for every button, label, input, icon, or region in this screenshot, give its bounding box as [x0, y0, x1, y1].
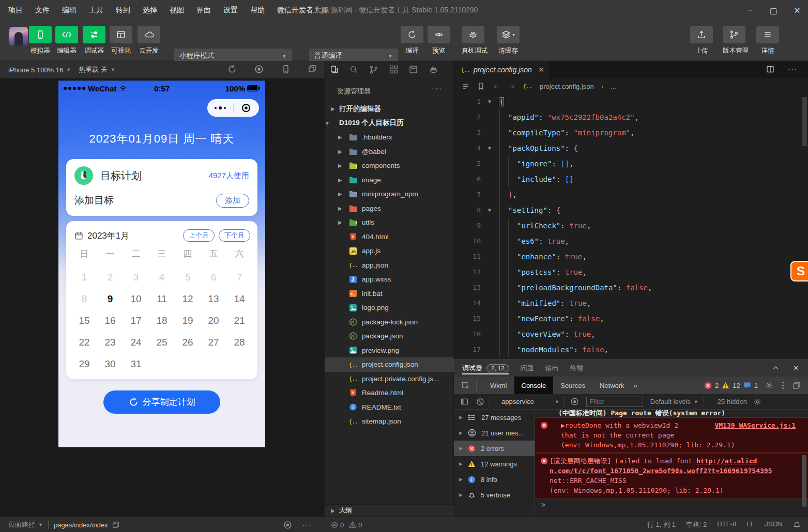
- live-expression-icon[interactable]: [570, 397, 579, 406]
- branch-icon[interactable]: [369, 65, 378, 74]
- tree-item-logo.png[interactable]: logo.png: [325, 301, 454, 315]
- devtools-tab-Wxml[interactable]: Wxml: [483, 377, 514, 394]
- tree-arrow-icon[interactable]: ▶: [331, 106, 335, 112]
- statusbar-more-button[interactable]: ···: [302, 521, 312, 529]
- console-filter-12 warnings[interactable]: ▶12 warnings: [454, 456, 535, 472]
- prev-month-button[interactable]: 上个月: [183, 229, 215, 242]
- notifications-bell-icon[interactable]: [793, 521, 801, 529]
- console-messages[interactable]: (中国标准时间) Page route 错误(system error)VM13…: [535, 410, 808, 517]
- tree-item-README.txt[interactable]: iREADME.txt: [325, 400, 454, 415]
- menu-文件[interactable]: 文件: [35, 6, 50, 15]
- tree-arrow-icon[interactable]: ▶: [338, 163, 342, 168]
- debugger-tab-输出[interactable]: 输出: [545, 359, 559, 377]
- console-filter-21 user mes...[interactable]: ▶21 user mes...: [454, 425, 535, 441]
- split-editor-icon[interactable]: [766, 65, 774, 73]
- statusbar-problems[interactable]: 0 0: [325, 517, 454, 532]
- menu-帮助[interactable]: 帮助: [250, 6, 265, 15]
- hot-reload-select[interactable]: 热重载 关 ▼: [79, 61, 115, 79]
- toolbar-button-清缓存[interactable]: ▾清缓存: [497, 26, 520, 55]
- editor-more-button[interactable]: ···: [788, 65, 798, 73]
- capsule-more-button[interactable]: [207, 106, 233, 109]
- breadcrumb-file[interactable]: project.config.json: [540, 83, 594, 90]
- status-item[interactable]: 行 1, 列 1: [647, 520, 676, 529]
- toolbar-button-编译[interactable]: 编译: [401, 26, 423, 55]
- grid-icon[interactable]: [389, 65, 398, 74]
- device-frame-icon[interactable]: [281, 65, 291, 74]
- status-item[interactable]: 空格: 2: [686, 520, 707, 529]
- nav-forward-icon[interactable]: [508, 83, 516, 90]
- watch-icon[interactable]: [283, 521, 292, 529]
- log-levels-select[interactable]: Default levels ▼: [650, 398, 698, 405]
- debugger-tab-调试器[interactable]: 调试器2, 12: [462, 359, 509, 377]
- box-icon[interactable]: [409, 65, 418, 74]
- tab-close-icon[interactable]: ✕: [538, 66, 544, 74]
- breadcrumb-more[interactable]: ...: [611, 83, 616, 90]
- debugger-tab-终端[interactable]: 终端: [570, 359, 584, 377]
- devtools-tab-Sources[interactable]: Sources: [553, 377, 592, 394]
- tab-project-config-json[interactable]: {..} project.config.json ✕: [454, 61, 550, 79]
- fold-chevron-icon[interactable]: ▼: [485, 202, 494, 218]
- status-item[interactable]: JSON: [765, 520, 783, 529]
- console-context-select[interactable]: appservice ▼: [501, 398, 559, 405]
- devtools-tab-Network[interactable]: Network: [592, 377, 632, 394]
- menu-项目[interactable]: 项目: [8, 6, 23, 15]
- tree-item-D1019 个人目标日历[interactable]: ▼D1019 个人目标日历: [325, 116, 454, 131]
- menu-选择[interactable]: 选择: [143, 6, 157, 15]
- tree-arrow-icon[interactable]: ▶: [338, 191, 342, 197]
- outline-list-icon[interactable]: [461, 83, 470, 90]
- add-goal-button[interactable]: 添加: [216, 194, 249, 208]
- tree-arrow-icon[interactable]: ▶: [338, 220, 342, 225]
- menu-转到[interactable]: 转到: [116, 6, 130, 15]
- error-url-link[interactable]: n.com/t/c/font_1671050_2wre5of98s.woff2?…: [550, 467, 772, 475]
- fold-chevron-icon[interactable]: ▼: [485, 140, 494, 156]
- error-source-link[interactable]: VM139 WAService.js:1: [714, 420, 796, 430]
- devtools-tab-Console[interactable]: Console: [514, 377, 554, 394]
- console-error-2[interactable]: [渲染层网络层错误] Failed to load font http://at…: [535, 453, 808, 498]
- console-sidebar-toggle-icon[interactable]: [460, 398, 469, 405]
- inspect-element-icon[interactable]: [461, 381, 470, 390]
- page-path-label[interactable]: 页面路径: [8, 520, 35, 529]
- tree-item-package.json[interactable]: jspackage.json: [325, 329, 454, 343]
- clear-console-icon[interactable]: [476, 398, 484, 406]
- console-filter-8 info[interactable]: ▶8 info: [454, 472, 535, 487]
- search-icon[interactable]: [349, 65, 358, 74]
- outline-section[interactable]: ▶ 大纲: [325, 504, 454, 517]
- menu-工具[interactable]: 工具: [89, 6, 103, 15]
- status-item[interactable]: UTF-8: [717, 520, 736, 529]
- toolbar-button-云开发[interactable]: 云开发: [138, 26, 160, 55]
- toolbar-button-详情[interactable]: 详情: [756, 26, 779, 55]
- toolbar-button-版本管理[interactable]: 版本管理: [723, 26, 745, 55]
- tree-arrow-icon[interactable]: ▶: [338, 134, 342, 140]
- toolbar-button-调试器[interactable]: 调试器: [83, 26, 105, 55]
- menu-界面[interactable]: 界面: [196, 6, 211, 15]
- next-month-button[interactable]: 下个月: [219, 229, 250, 242]
- console-filter-input[interactable]: [586, 397, 643, 407]
- tree-item-打开的编辑器[interactable]: ▶打开的编辑器: [325, 102, 454, 116]
- maximize-button[interactable]: ▢: [761, 0, 785, 21]
- more-tabs-icon[interactable]: »: [634, 382, 637, 389]
- tree-item-.hbuilderx[interactable]: ▶.hbuilderx: [325, 130, 454, 145]
- toolbar-button-预览[interactable]: 预览: [428, 26, 450, 55]
- tree-item-Readme.html[interactable]: 5Readme.html: [325, 386, 454, 400]
- close-button[interactable]: ✕: [785, 0, 808, 21]
- menu-设置[interactable]: 设置: [223, 6, 238, 15]
- bookmark-icon[interactable]: [477, 82, 485, 90]
- tree-item-pages[interactable]: ▶pages: [325, 201, 454, 216]
- editor-scrollbar[interactable]: [802, 97, 807, 146]
- tree-item-project.config.json[interactable]: {..}project.config.json: [325, 357, 454, 372]
- console-filter-5 verbose[interactable]: ▶5 verbose: [454, 487, 535, 503]
- tree-item-miniprogram_npm[interactable]: ▶miniprogram_npm: [325, 187, 454, 201]
- docker-icon[interactable]: [429, 66, 438, 74]
- console-settings-icon[interactable]: [753, 398, 761, 406]
- toolbar-button-可视化[interactable]: 可视化: [110, 26, 132, 55]
- copy-path-icon[interactable]: [112, 521, 119, 528]
- debugger-tab-问题[interactable]: 问题: [521, 359, 534, 377]
- nav-back-icon[interactable]: [492, 83, 500, 90]
- stop-record-icon[interactable]: [254, 65, 264, 74]
- tree-item-404.html[interactable]: 5404.html: [325, 230, 454, 244]
- tree-item-sitemap.json[interactable]: {..}sitemap.json: [325, 414, 454, 429]
- tree-item-app.json[interactable]: {..}app.json: [325, 258, 454, 273]
- code-editor[interactable]: 1▼{2"appid": "wx75c2922fb0a2a4c2",3"comp…: [454, 94, 808, 359]
- tree-item-preview.png[interactable]: preview.png: [325, 343, 454, 358]
- tree-arrow-icon[interactable]: ▶: [338, 177, 342, 183]
